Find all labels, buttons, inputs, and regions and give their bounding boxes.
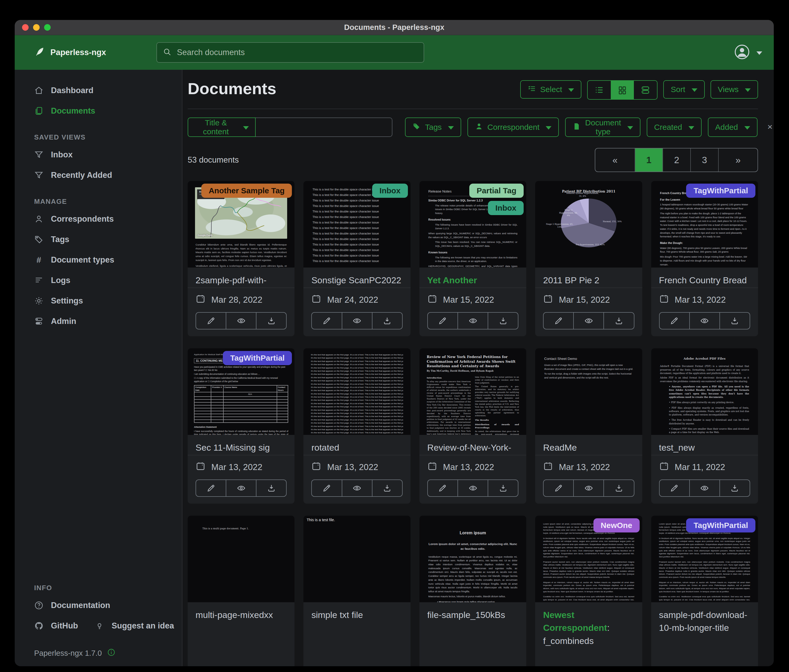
search-bar[interactable] bbox=[157, 42, 424, 63]
document-title[interactable]: multi-page-mixedxx bbox=[188, 602, 294, 666]
document-title[interactable]: ReadMe bbox=[535, 435, 642, 455]
view-button[interactable] bbox=[226, 480, 256, 496]
document-card[interactable]: This is a test file. simple txt file bbox=[303, 516, 410, 666]
document-card[interactable]: Adobe Acrobat PDF FilesAdobe® Portable D… bbox=[651, 348, 758, 503]
edit-button[interactable] bbox=[544, 480, 573, 496]
pagination-page-2[interactable]: 2 bbox=[663, 148, 690, 172]
edit-button[interactable] bbox=[544, 313, 573, 329]
sidebar-item-recently-added[interactable]: Recently Added bbox=[34, 165, 174, 185]
edit-button[interactable] bbox=[660, 313, 689, 329]
select-dropdown-button[interactable]: Select bbox=[520, 80, 581, 99]
document-title[interactable]: file-sample_150kBs bbox=[419, 602, 526, 666]
document-title[interactable]: 2011 BP Pie 2 bbox=[535, 268, 642, 287]
view-button[interactable] bbox=[573, 313, 604, 329]
window-minimize-button[interactable] bbox=[33, 24, 40, 31]
download-button[interactable] bbox=[372, 480, 402, 496]
sidebar-item-correspondents[interactable]: Correspondents bbox=[34, 209, 174, 229]
edit-button[interactable] bbox=[428, 480, 457, 496]
search-input[interactable] bbox=[176, 48, 418, 57]
download-button[interactable] bbox=[256, 313, 286, 329]
sidebar-item-dashboard[interactable]: Dashboard bbox=[34, 80, 174, 101]
correspondent-filter-button[interactable]: Correspondent bbox=[468, 118, 559, 137]
edit-button[interactable] bbox=[428, 313, 457, 329]
document-title[interactable]: sample-pdf-download-10-mb-longer-title bbox=[651, 602, 758, 666]
view-button[interactable] bbox=[573, 480, 604, 496]
sidebar-item-suggest-idea[interactable]: Suggest an idea bbox=[95, 616, 174, 636]
document-title[interactable]: Sonstige ScanPC2022 03-24_081058 bbox=[303, 268, 410, 287]
document-card[interactable]: TagWithPartial Application for Medical S… bbox=[188, 348, 294, 503]
app-brand[interactable]: Paperless-ngx bbox=[34, 46, 157, 59]
tag-badge[interactable]: Inbox bbox=[372, 184, 408, 198]
download-button[interactable] bbox=[488, 480, 518, 496]
document-title[interactable]: French Country Bread Revised.docx bbox=[651, 268, 758, 287]
document-card[interactable]: Patient BP Distribution 2011Normal, 151,… bbox=[535, 181, 642, 336]
filter-query-input[interactable] bbox=[256, 118, 393, 137]
document-card[interactable]: Review of New York Federal Petitions for… bbox=[419, 348, 526, 503]
document-card[interactable]: Lorem ipsumLorem ipsum dolor sit amet, c… bbox=[419, 516, 526, 666]
reset-filters-button[interactable]: × Reset filters bbox=[767, 118, 774, 137]
window-zoom-button[interactable] bbox=[44, 24, 51, 31]
download-button[interactable] bbox=[604, 480, 634, 496]
tag-badge[interactable]: TagWithPartial bbox=[223, 351, 292, 365]
created-filter-button[interactable]: Created bbox=[647, 118, 701, 137]
edit-button[interactable] bbox=[660, 480, 689, 496]
view-button[interactable] bbox=[689, 480, 719, 496]
document-title[interactable]: Yet Another Correspondent: Testing Email bbox=[419, 268, 526, 287]
download-button[interactable] bbox=[488, 313, 518, 329]
tag-badge[interactable]: Another Sample Tag bbox=[201, 184, 292, 198]
sidebar-item-inbox[interactable]: Inbox bbox=[34, 145, 174, 165]
document-card[interactable]: This is a multi page document. Page 1. m… bbox=[188, 516, 294, 666]
download-button[interactable] bbox=[719, 313, 750, 329]
sidebar-item-documentation[interactable]: Documentation bbox=[34, 595, 174, 616]
document-card[interactable]: TagWithPartial Lorem ipsum dolor sit ame… bbox=[651, 516, 758, 666]
sidebar-item-github[interactable]: GitHub bbox=[34, 616, 78, 636]
sidebar-item-logs[interactable]: Logs bbox=[34, 270, 174, 291]
download-button[interactable] bbox=[719, 480, 750, 496]
view-button[interactable] bbox=[226, 313, 256, 329]
document-correspondent[interactable]: Newest Correspondent bbox=[543, 610, 607, 633]
document-card[interactable]: It's the text that appears on the first … bbox=[303, 348, 410, 503]
edit-button[interactable] bbox=[196, 313, 226, 329]
download-button[interactable] bbox=[372, 313, 402, 329]
window-close-button[interactable] bbox=[22, 24, 29, 31]
download-button[interactable] bbox=[256, 480, 286, 496]
document-card[interactable]: Inbox This is a test for the double spac… bbox=[303, 181, 410, 336]
views-dropdown-button[interactable]: Views bbox=[711, 80, 758, 99]
document-card[interactable]: Another Sample Tag Boundary Waters TripL… bbox=[188, 181, 294, 336]
document-title[interactable]: Review-of-New-York-Federal-Petitions-art… bbox=[419, 435, 526, 455]
list-view-button[interactable] bbox=[588, 81, 611, 99]
sidebar-item-tags[interactable]: Tags bbox=[34, 229, 174, 250]
sort-dropdown-button[interactable]: Sort bbox=[663, 80, 704, 99]
sidebar-item-settings[interactable]: Settings bbox=[34, 291, 174, 311]
document-correspondent[interactable]: Yet Another Correspondent bbox=[427, 275, 491, 287]
document-title[interactable]: simple txt file bbox=[303, 602, 410, 666]
view-button[interactable] bbox=[342, 313, 372, 329]
pagination-page-1[interactable]: 1 bbox=[635, 148, 663, 172]
sidebar-item-document-types[interactable]: # Document types bbox=[34, 250, 174, 270]
document-type-filter-button[interactable]: Document type bbox=[565, 118, 640, 137]
added-filter-button[interactable]: Added bbox=[708, 118, 757, 137]
document-card[interactable]: NewOne Lorem ipsum dolor sit amet, conse… bbox=[535, 516, 642, 666]
view-button[interactable] bbox=[457, 480, 488, 496]
document-card[interactable]: Partial TagInbox Release NotesSimba ODBC… bbox=[419, 181, 526, 336]
document-title[interactable]: Newest Correspondent: f_combineds bbox=[535, 602, 642, 666]
document-title[interactable]: rotated bbox=[303, 435, 410, 455]
edit-button[interactable] bbox=[312, 480, 342, 496]
edit-button[interactable] bbox=[312, 313, 342, 329]
document-title[interactable]: test_new bbox=[651, 435, 758, 455]
tag-badge[interactable]: NewOne bbox=[593, 518, 640, 532]
tags-filter-button[interactable]: Tags bbox=[405, 118, 461, 137]
tag-badge[interactable]: TagWithPartial bbox=[686, 184, 755, 198]
detail-view-button[interactable] bbox=[634, 81, 657, 99]
document-card[interactable]: TagWithPartial French Country BreadFor t… bbox=[651, 181, 758, 336]
document-card[interactable]: Contact Sheet DemoGiven a set of image f… bbox=[535, 348, 642, 503]
user-menu[interactable] bbox=[734, 44, 762, 61]
tag-badge[interactable]: Partial Tag bbox=[469, 184, 524, 198]
grid-view-button[interactable] bbox=[611, 81, 634, 99]
view-button[interactable] bbox=[689, 313, 719, 329]
pagination-page-3[interactable]: 3 bbox=[690, 148, 718, 172]
tag-badge[interactable]: Inbox bbox=[488, 201, 524, 215]
pagination-next-button[interactable]: » bbox=[718, 148, 757, 172]
edit-button[interactable] bbox=[196, 480, 226, 496]
tag-badge[interactable]: TagWithPartial bbox=[686, 518, 755, 532]
